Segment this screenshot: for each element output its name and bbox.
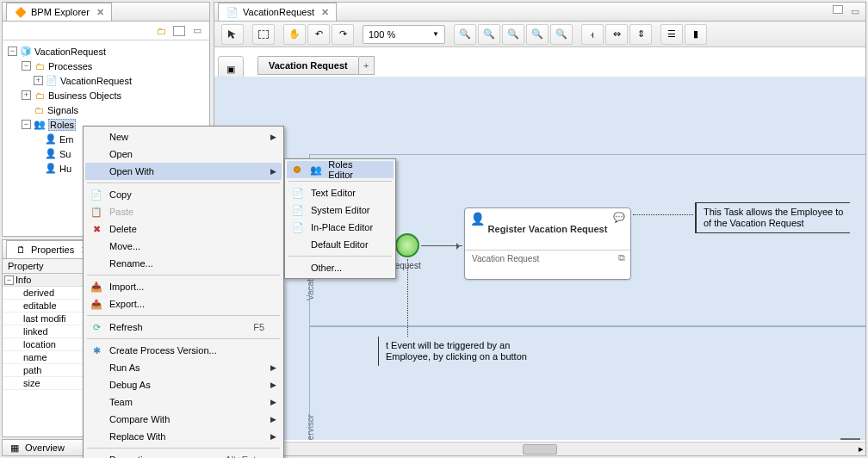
zoom-combo[interactable]: 100 % ▼ xyxy=(363,25,445,44)
ctx-properties[interactable]: PropertiesAlt+Enter xyxy=(85,451,282,458)
list-tool[interactable]: ☰ xyxy=(660,24,683,45)
role-icon: 👤 xyxy=(44,162,58,176)
ctx-open[interactable]: Open xyxy=(85,145,282,163)
project-icon: 🧊 xyxy=(19,45,33,59)
folder-icon: 🗀 xyxy=(33,59,46,73)
import-icon: 📥 xyxy=(89,280,104,294)
expand-icon[interactable]: + xyxy=(34,76,43,85)
explorer-tab[interactable]: 🔶 BPM Explorer ✕ xyxy=(6,3,112,21)
roles-icon: 👥 xyxy=(33,118,46,132)
ctx-export[interactable]: 📤Export... xyxy=(85,295,282,313)
tree-signals[interactable]: 🗀 Signals xyxy=(4,102,208,117)
association-line xyxy=(407,259,408,337)
ctx-system-editor[interactable]: 📄System Editor xyxy=(287,201,394,219)
properties-title: Properties xyxy=(31,244,74,255)
ctx-debug-as[interactable]: Debug As▶ xyxy=(85,376,282,393)
marquee-tool[interactable] xyxy=(252,24,275,45)
add-subtab[interactable]: + xyxy=(359,56,375,75)
truncated-text: elea xyxy=(840,438,860,440)
ctx-rename[interactable]: Rename... xyxy=(85,255,282,272)
subprocess-icon: ⧉ xyxy=(618,252,625,263)
explorer-icon: 🔶 xyxy=(14,5,28,19)
horizontal-scrollbar[interactable]: ◂ ▸ xyxy=(214,442,865,455)
task-register-vacation[interactable]: 👤 💬 Register Vacation Request ⧉ Vacation… xyxy=(464,207,631,280)
overview-icon: ▦ xyxy=(8,441,22,455)
zoom-100-tool[interactable]: 🔍 xyxy=(526,24,549,45)
collapse-icon[interactable]: − xyxy=(8,46,17,56)
minimize-icon[interactable]: ▭ xyxy=(190,24,204,38)
distribute-h-tool[interactable]: ⇔ xyxy=(605,24,628,45)
scroll-right-icon[interactable]: ▸ xyxy=(859,443,864,455)
process-icon: 📄 xyxy=(226,5,239,19)
close-icon[interactable]: ✕ xyxy=(96,7,104,18)
align-tool[interactable]: ⫞ xyxy=(581,24,604,45)
tree-business-objects[interactable]: + 🗀 Business Objects xyxy=(4,88,208,102)
minimize-icon[interactable]: ▭ xyxy=(848,5,862,19)
ctx-other[interactable]: Other... xyxy=(287,259,394,276)
chevron-right-icon: ▶ xyxy=(270,398,276,406)
ctx-replace-with[interactable]: Replace With▶ xyxy=(85,428,282,445)
ctx-new[interactable]: New▶ xyxy=(85,128,282,145)
chevron-right-icon: ▶ xyxy=(270,167,276,176)
zoom-in-tool[interactable]: 🔍 xyxy=(454,24,476,45)
ctx-default-editor[interactable]: Default Editor xyxy=(287,236,394,253)
explorer-title: BPM Explorer xyxy=(31,7,90,17)
ctx-create-version[interactable]: ✱Create Process Version... xyxy=(85,342,282,359)
expand-icon[interactable]: + xyxy=(22,90,31,100)
ctx-open-with[interactable]: Open With▶ xyxy=(85,163,282,180)
chevron-right-icon: ▶ xyxy=(270,133,276,141)
association-line xyxy=(633,214,693,215)
system-editor-icon: 📄 xyxy=(290,203,306,217)
chevron-down-icon: ▼ xyxy=(432,30,439,38)
annotation-start[interactable]: t Event will be triggered by an Employee… xyxy=(378,337,550,366)
ctx-text-editor[interactable]: 📄Text Editor xyxy=(287,184,394,201)
close-icon[interactable]: ✕ xyxy=(321,7,329,18)
ctx-import[interactable]: 📥Import... xyxy=(85,278,282,295)
view-menu-icon[interactable] xyxy=(173,26,185,36)
chevron-right-icon: ▶ xyxy=(270,381,276,389)
tree-root[interactable]: − 🧊 VacationRequest xyxy=(4,44,208,59)
ctx-in-place-editor[interactable]: 📄In-Place Editor xyxy=(287,219,394,236)
film-tool[interactable]: ▮ xyxy=(685,24,707,45)
tree-process-item[interactable]: + 📄 VacationRequest xyxy=(4,73,208,88)
ctx-delete[interactable]: ✖Delete xyxy=(85,220,282,238)
pan-tool[interactable]: ✋ xyxy=(283,24,306,45)
annotation-task[interactable]: This Task allows the Employee to of the … xyxy=(695,202,850,233)
undo-tool[interactable]: ↶ xyxy=(307,24,330,45)
ctx-roles-editor[interactable]: 👥Roles Editor xyxy=(287,161,394,178)
ctx-refresh[interactable]: ⟳RefreshF5 xyxy=(85,319,282,336)
editor-tab[interactable]: 📄 VacationRequest ✕ xyxy=(218,3,337,21)
maximize-icon[interactable] xyxy=(833,5,843,14)
scroll-thumb[interactable] xyxy=(523,444,557,455)
folder-icon: 🗀 xyxy=(33,89,46,102)
collapse-icon[interactable]: − xyxy=(4,275,14,285)
chevron-right-icon: ▶ xyxy=(270,432,276,441)
sequence-flow[interactable] xyxy=(421,245,462,246)
chevron-right-icon: ▶ xyxy=(270,363,276,372)
ctx-copy[interactable]: 📄Copy xyxy=(85,186,282,203)
distribute-v-tool[interactable]: ⇕ xyxy=(629,24,652,45)
ctx-move[interactable]: Move... xyxy=(85,238,282,255)
collapse-icon[interactable]: − xyxy=(22,61,31,71)
bullet-icon xyxy=(294,166,301,173)
ctx-compare-with[interactable]: Compare With▶ xyxy=(85,411,282,428)
select-tool[interactable] xyxy=(221,24,244,45)
link-editor-icon[interactable]: 🗀 xyxy=(154,24,168,38)
start-event[interactable] xyxy=(395,233,419,257)
editor-toolbar: ✋ ↶ ↷ 100 % ▼ 🔍 🔍 🔍 🔍 🔍 ⫞ ⇔ ⇕ ☰ ▮ xyxy=(214,22,865,47)
collapse-icon[interactable]: − xyxy=(22,120,31,129)
comment-icon: 💬 xyxy=(613,212,625,223)
subtab-vacation-request[interactable]: Vacation Request xyxy=(257,56,359,75)
redo-tool[interactable]: ↷ xyxy=(332,24,354,45)
zoom-out-tool[interactable]: 🔍 xyxy=(478,24,500,45)
delete-icon: ✖ xyxy=(89,222,104,236)
zoom-sel-tool[interactable]: 🔍 xyxy=(550,24,573,45)
zoom-fit-tool[interactable]: 🔍 xyxy=(502,24,524,45)
ctx-team[interactable]: Team▶ xyxy=(85,393,282,411)
ctx-paste[interactable]: 📋Paste xyxy=(85,203,282,220)
in-place-editor-icon: 📄 xyxy=(290,220,306,234)
tree-processes[interactable]: − 🗀 Processes xyxy=(4,59,208,73)
explorer-toolbar: 🗀 ▭ xyxy=(3,22,209,40)
refresh-icon: ⟳ xyxy=(89,320,104,334)
ctx-run-as[interactable]: Run As▶ xyxy=(85,359,282,376)
